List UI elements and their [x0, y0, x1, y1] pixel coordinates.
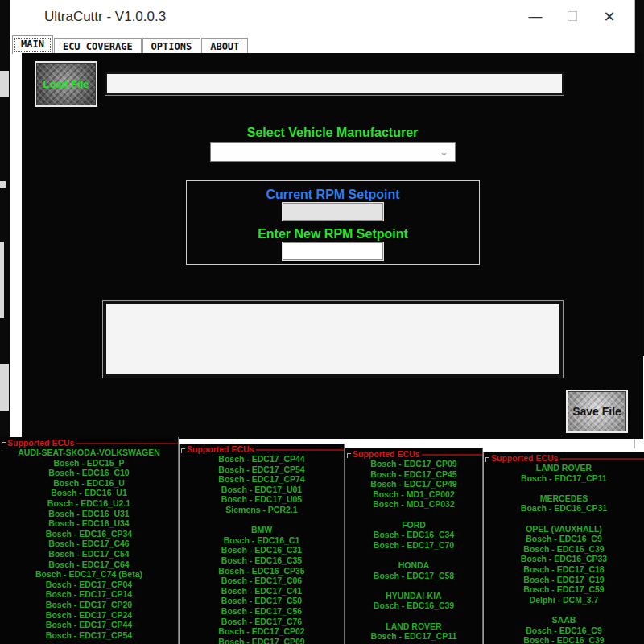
- ecu-entry: Bosch - EDC17_CP11: [345, 631, 482, 642]
- groupbox-corner: [2, 442, 6, 447]
- app-window: UltraCuttr - V1.0.0.3 — ✕ MAIN ECU COVER…: [10, 0, 635, 448]
- ecu-entry: Bosch - EDC17_C70: [345, 540, 482, 551]
- ecu-list-spacer: [345, 580, 482, 591]
- tab-about[interactable]: ABOUT: [201, 38, 248, 54]
- load-file-button[interactable]: Load File: [35, 61, 97, 107]
- ecu-entry: Bosch - EDC17_CP24: [0, 610, 178, 621]
- supported-ecus-panel-2: Supported ECUs Bosch - EDC17_CP44Bosch -…: [179, 444, 345, 644]
- close-icon[interactable]: ✕: [591, 8, 628, 26]
- ecu-entry: Bosch - EDC17_CP11: [484, 473, 644, 484]
- ecu-entry: Bosch - EDC17_U01: [180, 485, 344, 495]
- ecu-list: LAND ROVERBosch - EDC17_CP11 MERCEDESBoa…: [484, 463, 644, 644]
- new-rpm-label: Enter New RPM Setpoint: [187, 227, 479, 242]
- save-file-button[interactable]: Save File: [566, 390, 628, 433]
- ecu-entry: Bosch - EDC17_CP74: [180, 474, 344, 485]
- current-rpm-field: [283, 203, 383, 221]
- ecu-entry: Bosch - EDC17_C74 (Beta): [0, 569, 178, 580]
- ecu-entry: Bosch - EDC17_CP14: [0, 589, 178, 600]
- groupbox-corner: [347, 453, 351, 458]
- groupbox-border-line: [422, 454, 482, 456]
- ecu-brand-heading: LAND ROVER: [484, 463, 644, 473]
- ecu-entry: Bosch - EDC17_C41: [180, 586, 344, 597]
- background-window-edge-left: [0, 0, 10, 439]
- ecu-entry: Bosch - MD1_CP002: [345, 489, 482, 500]
- ecu-entry: Bosch - EDC16_CP34: [0, 529, 178, 539]
- ecu-entry: Boach - EDC16_CP31: [484, 503, 644, 514]
- ecu-entry: Bosch - EDC17_C58: [345, 571, 482, 581]
- ecu-entry: Delphi - DCM_3.7: [484, 595, 644, 605]
- ecu-list: Bosch - EDC17_CP44Bosch - EDC17_CP54Bosc…: [180, 454, 344, 644]
- new-rpm-input[interactable]: [283, 242, 383, 260]
- file-path-input[interactable]: [105, 72, 564, 95]
- ecu-brand-heading: FORD: [345, 520, 482, 530]
- ecu-entry: Bosch - EDC16_C39: [484, 635, 644, 644]
- ecu-entry: Bosch - EDC16_C9: [484, 534, 644, 544]
- groupbox-corner: [181, 448, 185, 453]
- ecu-entry: Bosch - EDC17_CP49: [345, 479, 482, 489]
- ecu-entry: Bosch - EDC17_CP54: [180, 464, 344, 475]
- ecu-list: AUDI-SEAT-SKODA-VOLKSWAGENBosch - EDC15_…: [0, 448, 178, 640]
- ecu-entry: Bosch - EDC16_C1: [180, 535, 344, 546]
- groupbox-header: Supported ECUs: [484, 452, 644, 463]
- ecu-entry: Bosch - EDC16_C35: [180, 555, 344, 566]
- maximize-icon[interactable]: [554, 9, 591, 25]
- ecu-entry: Bosch - EDC17_CP54: [0, 630, 178, 641]
- tab-options[interactable]: OPTIONS: [142, 38, 201, 54]
- ecu-entry: Bosch - EDC17_C46: [0, 539, 178, 549]
- ecu-entry: Bosch - EDC16_CP33: [484, 554, 644, 564]
- ecu-entry: Bosch - EDC16_U31: [0, 509, 178, 519]
- ecu-brand-heading: MERCEDES: [484, 493, 644, 504]
- ecu-brand-heading: LAND ROVER: [345, 621, 482, 632]
- groupbox-header: Supported ECUs: [345, 448, 482, 459]
- ecu-entry: Bosch - EDC17_CP45: [345, 469, 482, 480]
- ecu-brand-heading: HYUNDAI-KIA: [345, 591, 482, 601]
- ecu-entry: Bosch - MD1_CP032: [345, 499, 482, 510]
- ecu-entry: Bosch - EDC16_U34: [0, 518, 178, 529]
- manufacturer-label: Select Vehicle Manufacturer: [171, 126, 493, 140]
- manufacturer-select[interactable]: ⌄: [210, 142, 456, 162]
- ecu-entry: Bosch - EDC17_C59: [484, 584, 644, 595]
- groupbox-corner: [485, 457, 489, 462]
- ecu-brand-heading: HONDA: [345, 560, 482, 571]
- ecu-list-spacer: [484, 605, 644, 615]
- ecu-entry: Bosch - EDC17_C64: [0, 559, 178, 570]
- ecu-entry: Bosch - EDC16_C39: [484, 544, 644, 555]
- chevron-down-icon: ⌄: [440, 148, 448, 156]
- ecu-entry: Bosch - EDC17_C76: [180, 617, 344, 627]
- window-title: UltraCuttr - V1.0.0.3: [44, 9, 166, 25]
- minimize-icon[interactable]: —: [517, 9, 554, 25]
- ecu-entry: Bosch - EDC16_U1: [0, 488, 178, 498]
- tab-main[interactable]: MAIN: [12, 35, 53, 54]
- tabstrip: MAIN ECU COVERAGE OPTIONS ABOUT: [12, 35, 249, 54]
- supported-ecus-panel-3: Supported ECUs Bosch - EDC17_CP09Bosch -…: [345, 448, 483, 644]
- ecu-entry: Bosch - EDC16_CP35: [180, 566, 344, 576]
- ecu-entry: Bosch - EDC17_CP09: [180, 637, 344, 644]
- background-window-fragment: [0, 181, 6, 188]
- supported-ecus-label: Supported ECUs: [353, 449, 419, 459]
- ecu-list-spacer: [180, 515, 344, 526]
- groupbox-border-line: [76, 443, 178, 444]
- screen: UltraCuttr - V1.0.0.3 — ✕ MAIN ECU COVER…: [0, 0, 644, 644]
- output-textbox[interactable]: [103, 301, 563, 378]
- ecu-brand-heading: SAAB: [484, 615, 644, 625]
- tab-ecu-coverage[interactable]: ECU COVERAGE: [54, 38, 142, 54]
- ecu-entry: Bosch - EDC16_C34: [345, 530, 482, 540]
- groupbox-border-line: [256, 449, 344, 451]
- maximize-glyph: [568, 11, 577, 21]
- ecu-entry: Bosch - EDC17_CP09: [345, 459, 482, 469]
- ecu-entry: Siemens - PCR2.1: [180, 505, 344, 515]
- ecu-entry: Bosch - EDC17_CP04: [0, 580, 178, 590]
- ecu-entry: Bosch - EDC17_U05: [180, 494, 344, 505]
- background-window-fragment: [0, 364, 9, 411]
- ecu-entry: Bosch - EDC17_C06: [180, 576, 344, 586]
- ecu-entry: Bosch - EDC16_C9: [484, 625, 644, 636]
- ecu-entry: Bosch - EDC17_CP02: [180, 626, 344, 637]
- ecu-entry: Bosch - EDC17_C54: [0, 549, 178, 559]
- ecu-entry: Bosch - EDC17_CP44: [0, 620, 178, 630]
- ecu-list-spacer: [345, 611, 482, 621]
- ecu-brand-heading: AUDI-SEAT-SKODA-VOLKSWAGEN: [0, 448, 178, 458]
- window-controls: — ✕: [517, 0, 628, 34]
- ecu-entry: Bosch - EDC16_U: [0, 478, 178, 489]
- rpm-groupbox: Current RPM Setpoint Enter New RPM Setpo…: [186, 180, 480, 265]
- ecu-entry: Bosch - EDC15_P: [0, 458, 178, 469]
